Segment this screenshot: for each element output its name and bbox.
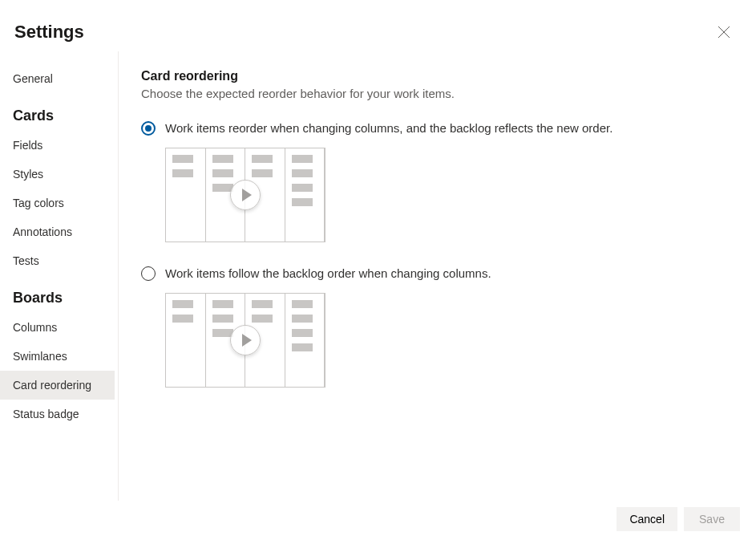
sidebar-item-general[interactable]: General	[0, 64, 115, 93]
preview-card	[172, 300, 193, 308]
preview-column	[166, 294, 206, 387]
radio-group: Work items reorder when changing columns…	[141, 120, 740, 388]
sidebar-section-header: Boards	[0, 282, 115, 313]
preview-card	[212, 155, 233, 163]
radio-label[interactable]: Work items reorder when changing columns…	[165, 120, 612, 136]
preview-card	[292, 184, 313, 192]
preview-card	[292, 198, 313, 206]
close-button[interactable]	[711, 19, 737, 45]
sidebar-item-annotations[interactable]: Annotations	[0, 217, 115, 246]
preview-board	[165, 148, 325, 242]
section-heading: Card reordering	[141, 69, 740, 83]
reorder-preview	[165, 293, 740, 388]
preview-card	[172, 155, 193, 163]
sidebar-item-status-badge[interactable]: Status badge	[0, 400, 115, 428]
preview-card	[212, 169, 233, 177]
sidebar-item-swimlanes[interactable]: Swimlanes	[0, 342, 115, 371]
preview-column	[285, 148, 325, 242]
sidebar-item-fields[interactable]: Fields	[0, 131, 115, 160]
dialog-body: GeneralCardsFieldsStylesTag colorsAnnota…	[0, 51, 756, 501]
play-icon	[242, 334, 252, 347]
sidebar-item-card-reordering[interactable]: Card reordering	[0, 371, 115, 400]
preview-card	[292, 343, 313, 351]
settings-content: Card reordering Choose the expected reor…	[119, 51, 756, 501]
preview-column	[285, 294, 325, 387]
sidebar-item-tag-colors[interactable]: Tag colors	[0, 189, 115, 217]
preview-card	[252, 300, 273, 308]
preview-card	[172, 169, 193, 177]
preview-card	[252, 155, 273, 163]
preview-card	[292, 155, 313, 163]
radio-button[interactable]	[141, 266, 156, 281]
preview-column	[166, 148, 206, 242]
dialog-title: Settings	[14, 22, 84, 43]
preview-card	[172, 315, 193, 323]
save-button[interactable]: Save	[684, 507, 740, 531]
settings-sidebar: GeneralCardsFieldsStylesTag colorsAnnota…	[0, 51, 119, 501]
radio-option: Work items reorder when changing columns…	[141, 120, 740, 136]
close-icon	[718, 26, 730, 39]
play-icon	[242, 189, 252, 201]
preview-card	[252, 315, 273, 323]
preview-card	[292, 315, 313, 323]
preview-card	[212, 300, 233, 308]
radio-option: Work items follow the backlog order when…	[141, 265, 740, 282]
section-description: Choose the expected reorder behavior for…	[141, 87, 740, 100]
dialog-footer: Cancel Save	[600, 494, 756, 544]
sidebar-item-styles[interactable]: Styles	[0, 160, 115, 189]
reorder-preview	[165, 148, 740, 242]
radio-button[interactable]	[141, 121, 156, 136]
preview-card	[252, 169, 273, 177]
play-preview-button[interactable]	[230, 325, 261, 355]
sidebar-section-header: Cards	[0, 99, 115, 131]
preview-card	[292, 300, 313, 308]
play-preview-button[interactable]	[230, 180, 261, 210]
sidebar-item-tests[interactable]: Tests	[0, 246, 115, 275]
preview-card	[292, 169, 313, 177]
preview-card	[292, 329, 313, 337]
radio-label[interactable]: Work items follow the backlog order when…	[165, 265, 491, 282]
dialog-header: Settings	[0, 0, 756, 51]
preview-card	[212, 315, 233, 323]
preview-board	[165, 293, 325, 388]
radio-dot-icon	[145, 125, 152, 132]
sidebar-item-columns[interactable]: Columns	[0, 313, 115, 342]
cancel-button[interactable]: Cancel	[617, 507, 677, 531]
